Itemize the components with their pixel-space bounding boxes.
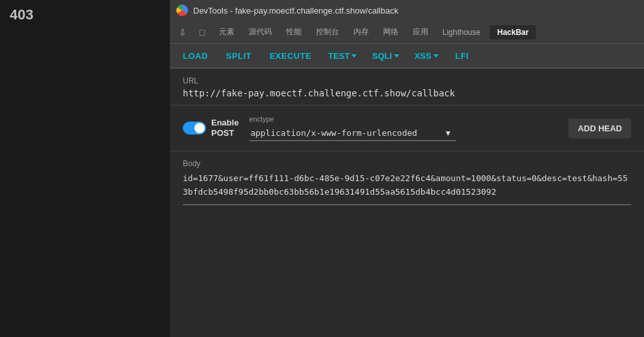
test-button[interactable]: TEST bbox=[322, 48, 363, 64]
enctype-label: enctype bbox=[249, 115, 456, 123]
url-value[interactable]: http://fake-pay.moectf.challenge.ctf.sho… bbox=[183, 88, 631, 98]
inspect-icon[interactable]: □ bbox=[193, 23, 211, 41]
nav-tab-memory[interactable]: 内存 bbox=[347, 24, 375, 40]
url-section: URL http://fake-pay.moectf.challenge.ctf… bbox=[170, 69, 644, 105]
hackbar-content: URL http://fake-pay.moectf.challenge.ctf… bbox=[170, 69, 644, 337]
body-value[interactable]: id=1677&user=ff61f111-d6bc-485e-9d15-c07… bbox=[183, 172, 631, 205]
enable-post-toggle[interactable] bbox=[183, 122, 206, 135]
nav-tab-hackbar[interactable]: HackBar bbox=[490, 25, 537, 39]
cursor-icon[interactable]: ⇩ bbox=[174, 23, 192, 41]
enctype-select[interactable]: application/x-www-form-urlencoded ▼ bbox=[249, 125, 456, 141]
nav-tab-elements[interactable]: 元素 bbox=[213, 24, 241, 40]
body-label: Body bbox=[183, 159, 631, 168]
enctype-container: enctype application/x-www-form-urlencode… bbox=[249, 115, 456, 141]
nav-tab-performance[interactable]: 性能 bbox=[280, 24, 308, 40]
devtools-title: DevTools - fake-pay.moectf.challenge.ctf… bbox=[193, 6, 399, 16]
chrome-icon bbox=[176, 5, 188, 16]
xss-dropdown-arrow bbox=[433, 54, 439, 58]
sqli-button[interactable]: SQLI bbox=[366, 48, 405, 64]
error-code: 403 bbox=[10, 6, 34, 23]
enctype-value: application/x-www-form-urlencoded bbox=[251, 128, 439, 138]
add-head-button[interactable]: ADD HEAD bbox=[568, 118, 631, 138]
enable-post-label: Enable POST bbox=[211, 118, 239, 138]
devtools-panel: DevTools - fake-pay.moectf.challenge.ctf… bbox=[170, 0, 644, 337]
title-bar: DevTools - fake-pay.moectf.challenge.ctf… bbox=[170, 0, 644, 21]
split-button[interactable]: SPLIT bbox=[218, 48, 259, 64]
body-section: Body id=1677&user=ff61f111-d6bc-485e-9d1… bbox=[170, 151, 644, 213]
enctype-dropdown-arrow: ▼ bbox=[444, 129, 452, 138]
load-button[interactable]: LOAD bbox=[175, 48, 216, 64]
nav-bar: ⇩ □ 元素 源代码 性能 控制台 内存 网络 应用 Lighthouse Ha… bbox=[170, 21, 644, 44]
toggle-knob bbox=[194, 123, 205, 133]
post-section: Enable POST enctype application/x-www-fo… bbox=[170, 105, 644, 151]
lfi-button[interactable]: LFI bbox=[448, 48, 477, 64]
url-label: URL bbox=[183, 76, 631, 85]
nav-tab-sources[interactable]: 源代码 bbox=[242, 24, 278, 40]
left-panel: 403 bbox=[0, 0, 170, 337]
execute-button[interactable]: EXECUTE bbox=[262, 48, 319, 64]
nav-tab-application[interactable]: 应用 bbox=[406, 24, 435, 40]
nav-tab-network[interactable]: 网络 bbox=[377, 24, 405, 40]
nav-tab-lighthouse[interactable]: Lighthouse bbox=[436, 25, 487, 39]
nav-tab-console[interactable]: 控制台 bbox=[309, 24, 346, 40]
sqli-dropdown-arrow bbox=[394, 54, 399, 58]
test-dropdown-arrow bbox=[351, 54, 357, 58]
xss-button[interactable]: XSS bbox=[408, 48, 445, 64]
hackbar-toolbar: LOAD SPLIT EXECUTE TEST SQLI XSS LFI bbox=[170, 44, 644, 69]
enable-post-toggle-wrapper: Enable POST bbox=[183, 118, 239, 138]
